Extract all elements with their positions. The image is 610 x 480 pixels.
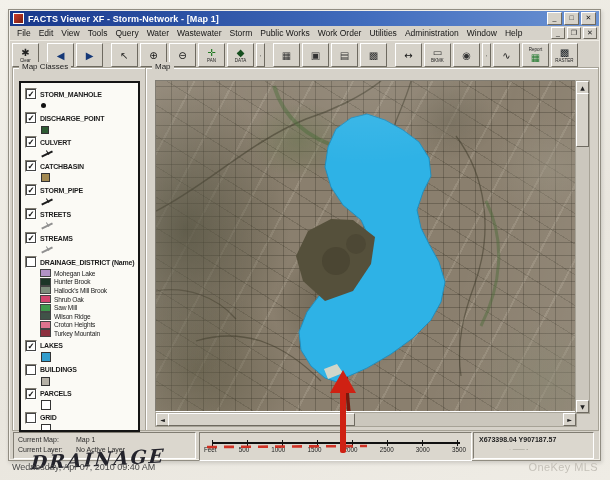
forward-arrow-icon: ▶	[86, 50, 94, 61]
zoom-in-icon: ⊕	[149, 50, 157, 61]
district-swatch	[40, 278, 51, 286]
menu-wastewater[interactable]: Wastewater	[173, 28, 226, 38]
menu-water[interactable]: Water	[143, 28, 173, 38]
map-panel: Map	[145, 67, 599, 431]
pan-button[interactable]: ✛ PAN	[198, 43, 225, 67]
select-window-button[interactable]: ▩	[360, 43, 387, 67]
next-extent-button[interactable]: ▶	[76, 43, 103, 67]
menu-tools[interactable]: Tools	[84, 28, 112, 38]
data-diamond-icon: ◆	[237, 47, 245, 58]
district-hunter-brook: Hunter Brook	[40, 278, 138, 287]
checkbox-streams[interactable]: ✓	[25, 232, 37, 244]
district-shrub-oak: Shrub Oak	[40, 295, 138, 304]
horizontal-scroll-thumb[interactable]	[168, 413, 355, 426]
district-list: Mohegan Lake Hunter Brook Hallock's Mill…	[40, 269, 138, 338]
vertical-scroll-thumb[interactable]	[576, 93, 589, 147]
checkbox-catchbasin[interactable]: ✓	[25, 160, 37, 172]
menu-public-works[interactable]: Public Works	[256, 28, 313, 38]
menu-view[interactable]: View	[57, 28, 83, 38]
report-button[interactable]: Report ▦	[522, 43, 549, 67]
menu-edit[interactable]: Edit	[35, 28, 58, 38]
legend-class-parcels: ✓ PARCELS	[25, 388, 138, 400]
bookmarks-button[interactable]: ▭ BKMK	[424, 43, 451, 67]
streets-symbol	[41, 221, 54, 230]
legend-class-storm-manhole: ✓ STORM_MANHOLE	[25, 88, 138, 100]
menu-work-order[interactable]: Work Order	[314, 28, 366, 38]
checkbox-lakes[interactable]: ✓	[25, 340, 37, 352]
coordinate-readout: X673398.04 Y907187.57 · —— -	[473, 432, 594, 459]
layers-icon: ▣	[311, 50, 320, 61]
pointer-tool-button[interactable]: ↖	[111, 43, 138, 67]
map-classes-panel: Map Classes ✓ STORM_MANHOLE ✓ DISCHARGE_…	[12, 67, 146, 431]
scroll-down-arrow[interactable]: ▼	[576, 400, 589, 413]
menu-storm[interactable]: Storm	[226, 28, 257, 38]
catchbasin-symbol	[41, 173, 50, 182]
extent-button[interactable]: ▦	[273, 43, 300, 67]
district-swatch	[40, 321, 51, 329]
layers-button[interactable]: ▣	[302, 43, 329, 67]
tool-dropdown-button[interactable]: ·	[256, 43, 265, 67]
legend-class-streams: ✓ STREAMS	[25, 232, 138, 244]
menu-query[interactable]: Query	[111, 28, 142, 38]
checkbox-grid[interactable]	[25, 412, 37, 424]
measure-button[interactable]: ↔	[395, 43, 422, 67]
buildings-symbol	[41, 377, 50, 386]
toolbar-separator	[267, 44, 271, 66]
trace-icon: ∿	[502, 50, 510, 61]
printer-icon: ▤	[340, 50, 349, 61]
map-viewport[interactable]	[155, 80, 577, 412]
menu-utilities[interactable]: Utilities	[365, 28, 400, 38]
checkbox-streets[interactable]: ✓	[25, 208, 37, 220]
menu-administration[interactable]: Administration	[401, 28, 463, 38]
mdi-minimize-button[interactable]: _	[551, 27, 565, 39]
report-table-icon: ▦	[531, 52, 540, 63]
menu-window[interactable]: Window	[463, 28, 501, 38]
pointer-icon: ↖	[120, 50, 128, 61]
snapshot-button[interactable]: ◉	[453, 43, 480, 67]
district-swatch	[40, 312, 51, 320]
storm-pipe-symbol	[41, 197, 54, 206]
menu-file[interactable]: File	[13, 28, 35, 38]
snapshot-dropdown-button[interactable]: ·	[482, 43, 491, 67]
data-button[interactable]: ◆ DATA	[227, 43, 254, 67]
print-button[interactable]: ▤	[331, 43, 358, 67]
dropdown-icon: ·	[260, 50, 262, 61]
lakes-symbol	[41, 352, 51, 362]
grid-symbol	[41, 424, 51, 432]
checkbox-discharge-point[interactable]: ✓	[25, 112, 37, 124]
app-icon	[13, 13, 24, 24]
checkbox-drainage-district[interactable]	[25, 256, 37, 268]
menu-help[interactable]: Help	[501, 28, 526, 38]
district-turkey-mountain: Turkey Mountain	[40, 329, 138, 338]
pan-icon: ✛	[207, 47, 215, 58]
map-classes-title: Map Classes	[19, 62, 71, 71]
map-horizontal-scrollbar[interactable]: ◄ ►	[155, 412, 577, 427]
checkbox-storm-pipe[interactable]: ✓	[25, 184, 37, 196]
checkbox-parcels[interactable]: ✓	[25, 388, 37, 400]
raster-button[interactable]: ▩ RASTER	[551, 43, 578, 67]
parcels-symbol	[41, 400, 51, 410]
minimize-button[interactable]: _	[547, 12, 562, 25]
streams-symbol	[41, 245, 54, 254]
legend-class-streets: ✓ STREETS	[25, 208, 138, 220]
mdi-restore-button[interactable]: ❐	[567, 27, 581, 39]
coordinate-underline: · —— -	[509, 446, 588, 452]
map-vertical-scrollbar[interactable]: ▲ ▼	[575, 80, 590, 414]
close-button[interactable]: ✕	[581, 12, 596, 25]
map-panel-title: Map	[152, 62, 174, 71]
district-swatch	[40, 286, 51, 294]
maximize-button[interactable]: □	[564, 12, 579, 25]
checkbox-storm-manhole[interactable]: ✓	[25, 88, 37, 100]
raster-icon: ▩	[560, 47, 569, 58]
trace-button[interactable]: ∿	[493, 43, 520, 67]
mdi-close-button[interactable]: ✕	[583, 27, 597, 39]
checkbox-buildings[interactable]	[25, 364, 37, 376]
app-window: FACTS Viewer XF - Storm-Network - [Map 1…	[8, 9, 601, 461]
scale-bar-ticks: Feet500100015002000250030003500	[204, 446, 466, 453]
map-overlay	[156, 81, 576, 412]
title-bar: FACTS Viewer XF - Storm-Network - [Map 1…	[10, 11, 599, 26]
cursor-coordinates: X673398.04 Y907187.57	[479, 436, 588, 443]
checkbox-culvert[interactable]: ✓	[25, 136, 37, 148]
toolbar: ✱ Clear ◀ ▶ ↖ ⊕ ⊖ ✛ PAN ◆ DATA · ▦ ▣ ▤ ▩…	[10, 40, 599, 69]
scroll-right-arrow[interactable]: ►	[563, 413, 576, 426]
